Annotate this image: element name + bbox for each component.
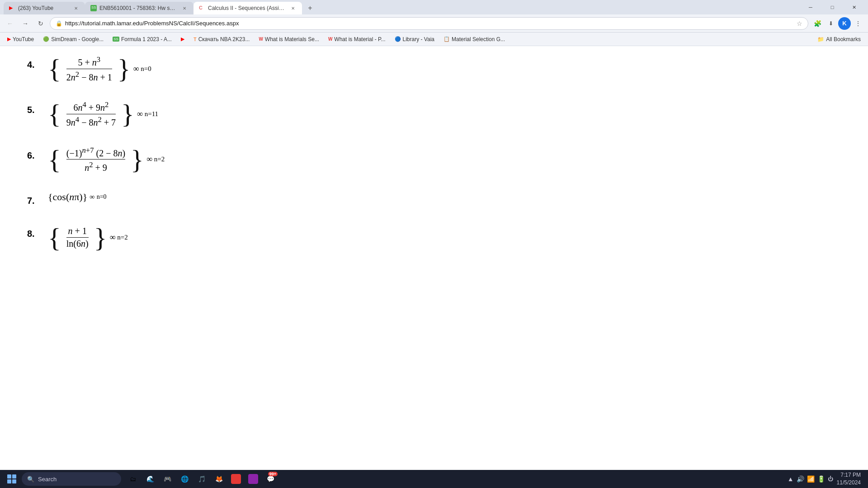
- tray-chevron-icon[interactable]: ▲: [788, 475, 794, 483]
- taskbar-app-chrome[interactable]: 🌐: [176, 471, 193, 487]
- problem-6-number: 6.: [27, 146, 41, 161]
- problem-4-number: 4.: [27, 55, 41, 70]
- problem-5-numerator: 6n4 + 9n2: [73, 100, 108, 113]
- tab-calculus[interactable]: C Calculus II - Sequences (Assignm... ✕: [193, 2, 302, 14]
- bookmark-materials-se[interactable]: W What is Materials Se...: [255, 35, 323, 43]
- taskbar-app-red[interactable]: [228, 471, 244, 487]
- bookmark-youtube-label: YouTube: [13, 36, 34, 42]
- problem-8-sup: ∞: [110, 233, 116, 242]
- taskbar-app-steam[interactable]: 🎮: [159, 471, 175, 487]
- minimize-button[interactable]: ─: [800, 0, 821, 14]
- problem-8: 8. { n + 1 ln(6n) } ∞ n=2: [27, 224, 841, 251]
- tab-youtube-close[interactable]: ✕: [72, 5, 80, 12]
- bookmark-library-label: Library - Vaia: [403, 36, 434, 42]
- taskbar-app-chat[interactable]: 💬 99+: [262, 471, 278, 487]
- taskbar-app-edge[interactable]: 🌊: [142, 471, 158, 487]
- problem-5-expr: { 6n4 + 9n2 9n4 − 8n2 + 7 } ∞ n=11: [48, 100, 158, 127]
- system-clock[interactable]: 7:17 PM 11/5/2024: [837, 471, 861, 487]
- back-button[interactable]: ←: [4, 17, 16, 30]
- bookmark-youtube[interactable]: ▶ YouTube: [4, 35, 38, 43]
- system-tray: ▲ 🔊 📶 🔋 ⏻: [788, 475, 833, 483]
- tab-enb[interactable]: SS ENB5610001 - 758363: Hw seq... ✕: [85, 2, 193, 14]
- tab-calculus-title: Calculus II - Sequences (Assignm...: [208, 5, 287, 11]
- taskbar-app-music[interactable]: 🎵: [193, 471, 210, 487]
- problem-7-sup: ∞: [90, 193, 94, 201]
- address-icons: ☆: [797, 20, 802, 27]
- tab-enb-close[interactable]: ✕: [181, 5, 188, 12]
- taskbar-right: ▲ 🔊 📶 🔋 ⏻ 7:17 PM 11/5/2024: [788, 471, 864, 487]
- edge-icon: 🌊: [145, 474, 155, 484]
- problem-5-sub: n=11: [145, 110, 158, 118]
- bookmark-nba[interactable]: T Скачать NBA 2K23...: [190, 35, 253, 43]
- problem-7: 7. {cos(nπ)} ∞ n=0: [27, 191, 841, 206]
- main-content: 4. { 5 + n3 2n2 − 8n + 1 } ∞ n=0 5. { 6n…: [0, 46, 868, 470]
- problem-6-sub: n=2: [154, 155, 165, 163]
- taskbar-app-purple[interactable]: [245, 471, 261, 487]
- tray-power-icon[interactable]: ⏻: [828, 476, 833, 482]
- new-tab-button[interactable]: +: [304, 2, 316, 14]
- problem-4-open-brace: {: [48, 55, 61, 82]
- downloads-button[interactable]: ⬇: [825, 17, 837, 30]
- bookmark-youtube-icon: ▶: [7, 36, 11, 42]
- problem-7-number: 7.: [27, 191, 41, 206]
- chrome-icon: 🌐: [179, 474, 189, 484]
- start-button[interactable]: [4, 471, 20, 487]
- close-button[interactable]: ✕: [844, 0, 864, 14]
- taskbar-search-icon: 🔍: [27, 476, 34, 483]
- tab-youtube[interactable]: ▶ (263) YouTube ✕: [4, 2, 85, 14]
- problem-6-expr: { (−1)n+7 (2 − 8n) n2 + 9 } ∞ n=2: [48, 146, 165, 173]
- tray-volume-icon[interactable]: 🔊: [797, 475, 804, 483]
- tray-network-icon[interactable]: 📶: [807, 475, 815, 483]
- problem-8-denominator: ln(6n): [66, 239, 89, 249]
- bookmark-material-selection-label: Material Selection G...: [452, 36, 505, 42]
- taskbar-search[interactable]: 🔍 Search: [22, 472, 121, 486]
- bookmark-material-p-icon: W: [328, 37, 332, 42]
- problem-6-open-brace: {: [48, 146, 61, 173]
- problem-8-expr: { n + 1 ln(6n) } ∞ n=2: [48, 224, 128, 251]
- lock-icon: 🔒: [56, 20, 62, 27]
- toolbar-icons: 🧩 ⬇ K ⋮: [811, 17, 864, 30]
- bookmark-star-icon[interactable]: ☆: [797, 20, 802, 27]
- problem-4-numerator: 5 + n3: [78, 55, 100, 68]
- bookmark-formula1[interactable]: SS Formula 1 2023 - A...: [109, 35, 175, 43]
- clock-date: 11/5/2024: [837, 479, 861, 487]
- bookmark-material-p[interactable]: W What is Material - P...: [325, 35, 389, 43]
- forward-button[interactable]: →: [19, 17, 32, 30]
- problem-4-sub: n=0: [141, 65, 151, 73]
- tray-battery-icon[interactable]: 🔋: [817, 475, 825, 483]
- taskbar-app-fileexplorer[interactable]: 🗂: [125, 471, 141, 487]
- maximize-button[interactable]: □: [822, 0, 843, 14]
- problem-7-sub: n=0: [97, 193, 107, 201]
- bookmark-simdream[interactable]: 🟢 SimDream - Google...: [39, 35, 107, 43]
- windows-logo: [7, 474, 16, 483]
- taskbar-apps: 🗂 🌊 🎮 🌐 🎵 🦊 💬 99+: [125, 471, 278, 487]
- music-icon: 🎵: [197, 474, 207, 484]
- address-box[interactable]: 🔒 https://tutorial.math.lamar.edu/Proble…: [50, 17, 808, 30]
- problem-4-frac-line: [66, 69, 112, 69]
- problem-5: 5. { 6n4 + 9n2 9n4 − 8n2 + 7 } ∞ n=11: [27, 100, 841, 127]
- bookmark-yt2[interactable]: ▶: [177, 35, 188, 43]
- all-bookmarks-button[interactable]: 📁 All Bookmarks: [814, 35, 864, 43]
- problem-5-number: 5.: [27, 100, 41, 115]
- problem-6-close-brace: }: [131, 146, 144, 173]
- reload-button[interactable]: ↻: [34, 17, 47, 30]
- bookmark-material-selection[interactable]: 📋 Material Selection G...: [440, 35, 509, 43]
- problem-7-expr-text: {cos(nπ)}: [48, 191, 87, 203]
- tab-calculus-close[interactable]: ✕: [289, 5, 297, 12]
- bookmark-library[interactable]: 🔵 Library - Vaia: [391, 35, 438, 43]
- purple-app-icon: [248, 474, 258, 484]
- extensions-button[interactable]: 🧩: [811, 17, 824, 30]
- bookmarks-bar: ▶ YouTube 🟢 SimDream - Google... SS Form…: [0, 33, 868, 46]
- bookmark-formula1-icon: SS: [113, 37, 119, 42]
- profile-button[interactable]: K: [838, 17, 851, 30]
- tab-youtube-favicon: ▶: [9, 5, 15, 11]
- problem-6-numerator: (−1)n+7 (2 − 8n): [66, 146, 125, 159]
- tab-enb-favicon: SS: [90, 5, 97, 11]
- bookmark-nba-icon: T: [193, 37, 197, 42]
- taskbar-app-firefox[interactable]: 🦊: [211, 471, 227, 487]
- problem-7-expr: {cos(nπ)} ∞ n=0: [48, 191, 107, 203]
- url-text: https://tutorial.math.lamar.edu/Problems…: [65, 20, 794, 27]
- menu-button[interactable]: ⋮: [852, 17, 864, 30]
- problem-4-expr: { 5 + n3 2n2 − 8n + 1 } ∞ n=0: [48, 55, 151, 82]
- problem-8-number: 8.: [27, 224, 41, 239]
